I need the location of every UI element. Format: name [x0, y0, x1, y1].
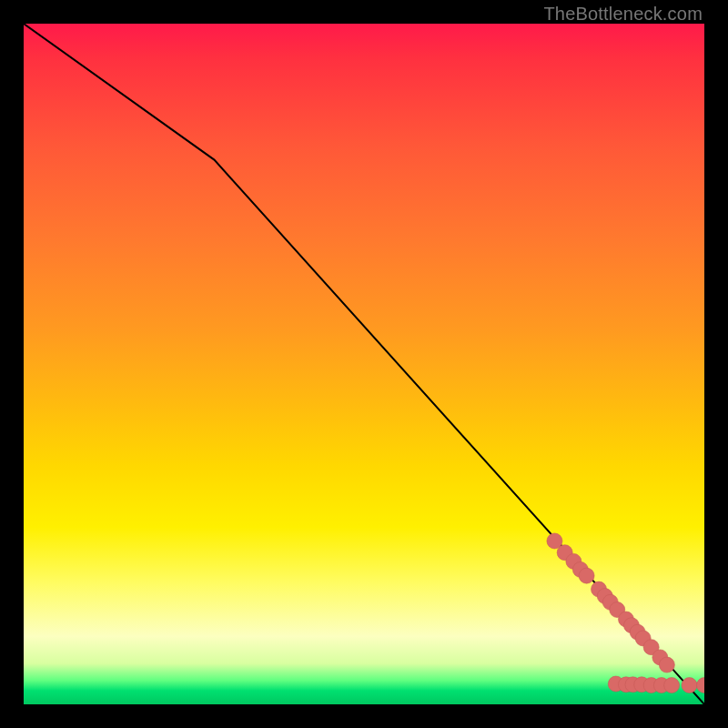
- data-marker: [579, 568, 594, 583]
- data-marker: [697, 678, 705, 693]
- marker-group: [547, 533, 704, 693]
- plot-area: [24, 24, 704, 704]
- chart-overlay: [24, 24, 704, 704]
- data-marker: [664, 678, 680, 693]
- attribution-label: TheBottleneck.com: [543, 4, 703, 25]
- chart-container: TheBottleneck.com: [0, 0, 728, 728]
- data-marker: [682, 678, 697, 693]
- data-marker: [659, 657, 674, 672]
